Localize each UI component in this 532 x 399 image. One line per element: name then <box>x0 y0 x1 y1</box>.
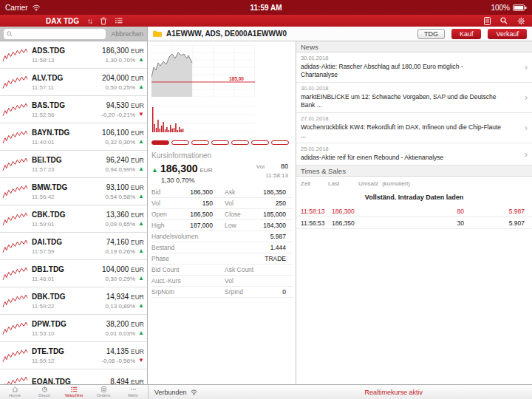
news-page-icon[interactable] <box>484 17 491 25</box>
watchlist-row[interactable]: BAYN.TDG 11:40:01 106,100 EUR 0,32 0,30% <box>0 123 147 151</box>
tab-depot[interactable]: Depot <box>30 385 59 399</box>
carrier-label: Carrier <box>5 4 28 12</box>
watchlist-row[interactable]: DTE.TDG 11:59:12 14,135 EUR -0,08 -0,56% <box>0 342 147 369</box>
watchlist-row[interactable]: BAS.TDG 11:52:56 94,530 EUR -0,20 -0,21% <box>0 96 147 123</box>
sparkline-chart <box>2 154 28 174</box>
field-value: 150 <box>177 200 225 207</box>
news-date: 30.01.2018 <box>301 55 519 61</box>
instrument-symbol: DPW.TDG <box>32 320 66 328</box>
trade-price: 186,300 <box>332 208 370 215</box>
intraday-chart[interactable]: 185,00 <box>151 44 293 135</box>
sort-icon[interactable]: ↑↓ <box>87 17 92 25</box>
connection-status-strip: Verbunden Realtimekurse aktiv <box>148 385 532 399</box>
field-value: 1.444 <box>270 244 286 251</box>
watchlist-row[interactable]: ADS.TDG 11:58:13 186,300 EUR 1,30 0,70% <box>0 41 147 69</box>
range-button[interactable] <box>151 140 169 145</box>
search-icon[interactable] <box>500 17 508 24</box>
quote-price: 13,360 <box>106 211 129 219</box>
chart-range-selector <box>151 140 289 145</box>
watchlist-row[interactable]: CBK.TDG 11:59:01 13,360 EUR 0,09 0,65% <box>0 205 147 233</box>
field-label: SrpInd <box>225 288 260 296</box>
quote-pair-row: Open 186,500 Close 185,000 <box>151 209 293 220</box>
watchlist-row[interactable]: BMW.TDG 11:56:42 93,100 EUR 0,54 0,58% <box>0 178 147 205</box>
sparkline-chart <box>2 373 28 385</box>
quote-change: 0,09 0,65% <box>106 221 135 228</box>
quote-time: 11:46:01 <box>32 276 64 282</box>
range-button[interactable] <box>211 140 229 145</box>
range-button[interactable] <box>191 140 209 145</box>
instrument-symbol: BEI.TDG <box>32 156 62 164</box>
trash-icon[interactable] <box>100 17 107 25</box>
direction-icon <box>138 112 144 117</box>
search-input-wrapper[interactable] <box>4 29 106 39</box>
field-label: Ask Count <box>225 266 260 273</box>
field-label: Vol <box>225 277 260 284</box>
watchlist-row[interactable]: DB1.TDG 11:46:01 104,000 EUR 0,30 0,29% <box>0 260 147 287</box>
search-input[interactable] <box>15 30 103 38</box>
instrument-symbol: ALV.TDG <box>32 74 63 82</box>
quote-price: 204,000 <box>102 74 129 82</box>
direction-icon <box>138 330 144 336</box>
quote-change: 0,94 0,99% <box>106 166 135 173</box>
direction-icon <box>138 221 144 227</box>
quote-time: 11:59:12 <box>32 358 64 364</box>
gear-icon[interactable] <box>517 17 525 25</box>
quote-pair-row: High 187,000 Low 184,300 <box>151 220 293 231</box>
tab-mehr[interactable]: Mehr <box>118 385 148 399</box>
bottom-tab-bar: Home Depot Watchlist Orders Mehr Verbund… <box>0 384 532 399</box>
field-value: 186,500 <box>177 211 225 218</box>
field-value: TRADE <box>265 255 286 262</box>
quote-price: 186,300 <box>102 47 129 55</box>
price-direction-icon: ▲ <box>151 166 158 174</box>
cancel-button[interactable]: Abbrechen <box>111 30 143 38</box>
watchlist-row[interactable]: ALV.TDG 11:57:11 204,000 EUR 0,50 0,25% <box>0 69 147 96</box>
battery-icon <box>513 4 527 11</box>
quote-currency: EUR <box>131 348 144 355</box>
watchlist-row[interactable]: DAI.TDG 11:57:59 74,160 EUR 0,19 0,26% <box>0 233 147 260</box>
quote-change: 0,32 0,30% <box>106 139 135 146</box>
sell-button[interactable]: Verkauf <box>488 29 527 39</box>
home-icon <box>12 386 18 392</box>
quote-price: 106,100 <box>102 129 129 137</box>
field-value: 184,300 <box>250 222 286 229</box>
field-label: Phase <box>151 255 169 262</box>
list-view-icon[interactable] <box>115 18 123 24</box>
range-button[interactable] <box>251 140 269 145</box>
load-intraday-data-link[interactable]: Vollständ. Intraday Daten laden <box>296 189 532 205</box>
quote-change: 0,13 0,89% <box>106 303 135 310</box>
sparkline-chart <box>2 209 28 229</box>
buy-button[interactable]: Kauf <box>451 29 482 39</box>
field-value: 185,000 <box>250 211 286 218</box>
range-button[interactable] <box>231 140 249 145</box>
news-headline: Wochenrückblick KW4: Rekordluft im DAX, … <box>301 123 502 140</box>
quote-price: 8,494 <box>110 378 129 384</box>
clock: 11:59 AM <box>179 4 352 12</box>
last-trade-time: 11:58:13 <box>265 172 288 179</box>
tab-home[interactable]: Home <box>0 385 30 399</box>
news-item[interactable]: 27.01.2018 Wochenrückblick KW4: Rekordlu… <box>296 113 532 143</box>
range-button[interactable] <box>171 140 189 145</box>
instrument-symbol: DBK.TDG <box>32 293 66 301</box>
quote-currency: EUR <box>131 47 144 55</box>
range-button[interactable] <box>271 140 289 145</box>
trade-size: 30 <box>370 219 482 227</box>
tab-watchlist[interactable]: Watchlist <box>59 385 89 399</box>
news-item[interactable]: 30.01.2018 adidas-Aktie: Rascher Abschla… <box>296 52 532 83</box>
exchange-button[interactable]: TDG <box>417 29 445 39</box>
chevron-right-icon: › <box>525 149 528 160</box>
watchlist-row[interactable]: DBK.TDG 11:59:22 14,934 EUR 0,13 0,89% <box>0 287 147 315</box>
tab-orders[interactable]: Orders <box>89 385 118 399</box>
quote-change: 0,54 0,58% <box>106 194 135 200</box>
watchlist-row[interactable]: BEI.TDG 11:57:23 96,240 EUR 0,94 0,99% <box>0 151 147 178</box>
watchlist-row[interactable]: DPW.TDG 11:53:10 38,200 EUR 0,01 0,03% <box>0 315 147 342</box>
document-icon <box>100 386 107 392</box>
news-item[interactable]: 30.01.2018 marktEINBLICKE um 12: Schwach… <box>296 83 532 113</box>
quote-change: 0,30 0,29% <box>106 276 135 282</box>
field-value: 5.987 <box>270 233 286 240</box>
watchlist-row[interactable]: EOAN.TDG 8,494 EUR <box>0 369 147 384</box>
sparkline-chart <box>2 291 28 311</box>
direction-icon <box>138 303 144 309</box>
news-item[interactable]: 25.01.2018 adidas-Aktie reif für einen R… <box>296 143 532 166</box>
field-label: Auct.-Kurs <box>151 277 187 284</box>
realtime-status-label: Realtimekurse aktiv <box>364 389 423 396</box>
